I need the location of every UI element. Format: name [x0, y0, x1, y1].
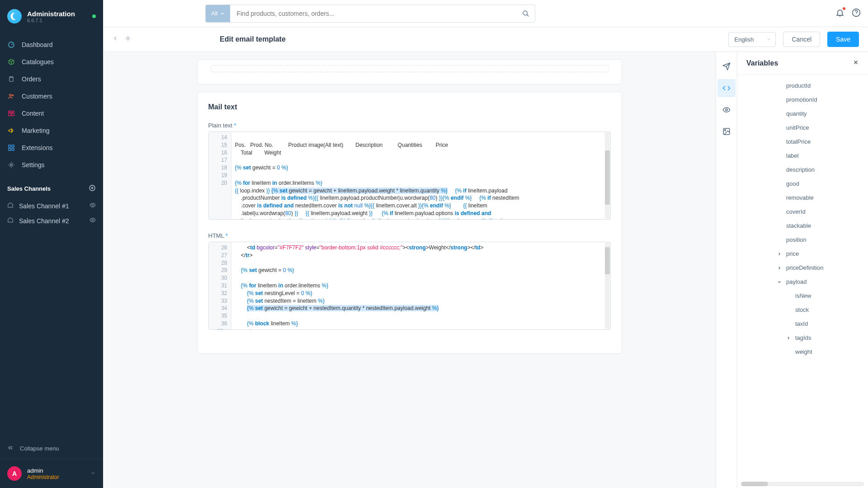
search-input[interactable] — [230, 10, 517, 17]
var-item-totalPrice[interactable]: totalPrice — [737, 135, 868, 149]
horizontal-scroll[interactable] — [737, 480, 868, 488]
help-button[interactable] — [852, 8, 861, 19]
storefront-icon — [7, 202, 14, 210]
var-item-coverId[interactable]: coverId — [737, 205, 868, 219]
var-item-stock[interactable]: stock — [737, 303, 868, 317]
var-item-payload[interactable]: payload — [737, 275, 868, 289]
var-item-position[interactable]: position — [737, 233, 868, 247]
back-button[interactable] — [112, 35, 118, 43]
nav-label: Marketing — [22, 127, 49, 134]
attachments-tab[interactable] — [717, 122, 736, 141]
nav-label: Settings — [22, 161, 45, 169]
var-item-description[interactable]: description — [737, 163, 868, 177]
eye-icon — [722, 106, 731, 114]
var-label: stock — [795, 306, 809, 313]
html-editor[interactable]: 262728293031323334353637 ▾383940 ▾4142 <… — [208, 242, 611, 330]
var-item-priceDefinition[interactable]: priceDefinition — [737, 261, 868, 275]
nav-customers[interactable]: Customers — [0, 88, 103, 105]
sales-channel-1[interactable]: Sales Channel #1 — [7, 198, 96, 213]
eye-icon[interactable] — [90, 217, 96, 225]
svg-rect-10 — [12, 148, 14, 150]
var-item-weight[interactable]: weight — [737, 345, 868, 359]
logo-area: Administration 6.6.7.1 — [0, 0, 103, 33]
variables-title: Variables — [746, 59, 778, 67]
code-content: Pos. Prod. No. Product image(Alt text) D… — [231, 132, 605, 219]
var-label: stackable — [786, 222, 811, 229]
var-label: removable — [786, 194, 814, 201]
plus-icon[interactable] — [89, 184, 96, 193]
nav-marketing[interactable]: Marketing — [0, 122, 103, 139]
brand-version: 6.6.7.1 — [27, 18, 87, 23]
svg-point-17 — [127, 38, 129, 39]
cancel-button[interactable]: Cancel — [783, 32, 820, 47]
scrollbar-vertical[interactable] — [605, 243, 610, 329]
var-item-productId[interactable]: productId — [737, 79, 868, 93]
var-label: payload — [786, 278, 807, 285]
topbar: All — [103, 0, 868, 27]
code-content: <td bgcolor="#F7F7F2" style="border-bott… — [231, 242, 605, 329]
collapse-label: Collapse menu — [20, 445, 59, 452]
var-label: priceDefinition — [786, 264, 823, 271]
var-item-good[interactable]: good — [737, 177, 868, 191]
var-label: good — [786, 180, 799, 187]
notifications-button[interactable] — [835, 8, 844, 19]
variables-tab[interactable] — [717, 79, 736, 97]
language-select[interactable]: English — [728, 32, 776, 47]
nav-settings[interactable]: Settings — [0, 156, 103, 174]
plain-text-editor[interactable]: 14151617181920 Pos. Prod. No. Product im… — [208, 131, 611, 220]
var-item-tagIds[interactable]: tagIds — [737, 331, 868, 345]
svg-point-13 — [92, 204, 94, 206]
right-rail — [716, 52, 737, 488]
nav-label: Dashboard — [22, 41, 53, 48]
notification-dot-icon — [843, 7, 845, 10]
cog-icon — [125, 35, 131, 42]
sales-channels: Sales Channels Sales Channel #1 Sales Ch… — [0, 177, 103, 235]
mail-text-panel: Mail text Plain text * 14151617181920 Po… — [197, 92, 622, 354]
scrollbar-vertical[interactable] — [605, 132, 610, 219]
var-item-label[interactable]: label — [737, 149, 868, 163]
variables-list[interactable]: productIdpromotionIdquantityunitPricetot… — [737, 75, 868, 480]
eye-icon[interactable] — [90, 202, 96, 210]
clipboard-icon — [7, 75, 15, 83]
var-label: unitPrice — [786, 124, 809, 131]
dropzone-placeholder[interactable] — [211, 65, 609, 72]
search-button[interactable] — [517, 5, 535, 22]
var-item-unitPrice[interactable]: unitPrice — [737, 121, 868, 135]
svg-point-18 — [726, 109, 728, 111]
var-label: totalPrice — [786, 138, 811, 145]
send-test-button[interactable] — [717, 57, 736, 75]
var-label: coverId — [786, 208, 806, 215]
var-item-price[interactable]: price — [737, 247, 868, 261]
nav-dashboard[interactable]: Dashboard — [0, 36, 103, 53]
svg-point-14 — [92, 219, 94, 221]
storefront-icon — [7, 217, 14, 225]
nav-label: Orders — [22, 75, 41, 83]
var-item-promotionId[interactable]: promotionId — [737, 93, 868, 107]
nav-content[interactable]: Content — [0, 105, 103, 122]
nav-label: Content — [22, 110, 44, 117]
megaphone-icon — [7, 127, 15, 135]
var-item-isNew[interactable]: isNew — [737, 289, 868, 303]
html-label: HTML * — [208, 232, 611, 239]
save-button[interactable]: Save — [827, 32, 859, 47]
var-item-quantity[interactable]: quantity — [737, 107, 868, 121]
nav-extensions[interactable]: Extensions — [0, 139, 103, 156]
var-item-taxId[interactable]: taxId — [737, 317, 868, 331]
var-label: description — [786, 166, 815, 173]
user-area[interactable]: A adminAdministrator — [0, 459, 103, 488]
gutter: 262728293031323334353637 ▾383940 ▾4142 — [209, 242, 231, 329]
cog-icon — [7, 161, 15, 169]
nav-orders[interactable]: Orders — [0, 70, 103, 88]
send-icon — [722, 62, 731, 70]
nav-catalogues[interactable]: Catalogues — [0, 53, 103, 70]
preview-tab[interactable] — [717, 101, 736, 119]
sales-channel-2[interactable]: Sales Channel #2 — [7, 213, 96, 228]
users-icon — [7, 92, 15, 100]
search-filter[interactable]: All — [206, 5, 230, 22]
settings-icon-button[interactable] — [125, 35, 131, 43]
search: All — [205, 5, 535, 23]
close-button[interactable] — [853, 59, 859, 67]
var-item-removable[interactable]: removable — [737, 191, 868, 205]
var-item-stackable[interactable]: stackable — [737, 219, 868, 233]
collapse-menu[interactable]: Collapse menu — [0, 438, 103, 459]
